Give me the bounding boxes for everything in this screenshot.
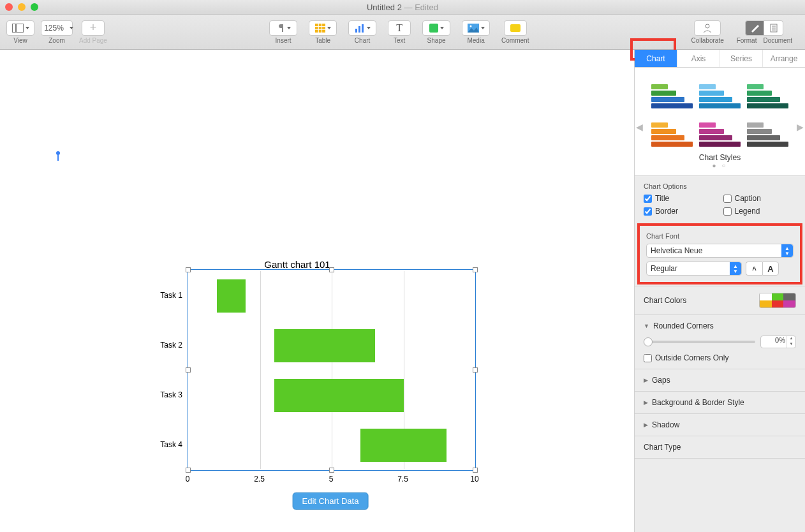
svg-rect-0 [12, 24, 15, 32]
format-button[interactable] [745, 20, 764, 36]
x-axis-tick: 2.5 [254, 475, 265, 484]
gridline [332, 271, 332, 469]
tab-series[interactable]: Series [720, 50, 763, 67]
zoom-dropdown[interactable]: 125% [41, 20, 73, 36]
view-icon [12, 24, 24, 33]
edit-chart-data-button[interactable]: Edit Chart Data [293, 492, 369, 510]
option-border-checkbox[interactable]: Border [644, 207, 717, 216]
chart-font-section: Chart Font Helvetica Neue▲▼ Regular▲▼ A … [637, 223, 802, 284]
gridline [260, 271, 261, 469]
option-title-checkbox[interactable]: Title [644, 194, 717, 203]
gantt-bar[interactable] [274, 329, 375, 362]
chart-icon [355, 24, 365, 33]
style-page-indicator: ● ○ [644, 162, 796, 169]
document-icon [770, 24, 778, 33]
stepper-down-icon[interactable]: ▼ [787, 342, 795, 348]
category-label: Task 4 [151, 440, 182, 449]
outside-corners-checkbox[interactable]: Outside Corners Only [644, 353, 796, 362]
media-button[interactable] [462, 20, 490, 36]
document-canvas[interactable]: Gantt chart 101 02.557.510 Task 1Task 2T… [0, 50, 635, 532]
table-button[interactable] [309, 20, 337, 36]
svg-rect-2 [315, 24, 325, 33]
shape-button[interactable] [422, 20, 450, 36]
rounded-corners-slider[interactable] [644, 341, 755, 343]
styles-next-icon[interactable]: ▶ [797, 122, 804, 132]
svg-point-12 [705, 24, 709, 28]
category-label: Task 2 [151, 341, 182, 350]
collaborate-button[interactable] [694, 20, 721, 36]
window-title: Untitled 2 [367, 3, 402, 12]
chart-styles-label: Chart Styles [644, 153, 796, 162]
gantt-chart[interactable] [188, 269, 476, 471]
text-cursor [57, 154, 59, 161]
svg-rect-9 [362, 24, 364, 33]
text-button[interactable]: T [388, 20, 411, 36]
chart-colors-label: Chart Colors [644, 296, 686, 305]
x-axis-tick: 7.5 [397, 475, 408, 484]
collaborate-icon [702, 24, 713, 33]
chart-button[interactable] [348, 20, 376, 36]
svg-rect-7 [355, 29, 357, 33]
gaps-disclosure[interactable]: ▶Gaps [635, 369, 805, 391]
chart-colors-button[interactable] [759, 293, 796, 308]
option-caption-checkbox[interactable]: Caption [723, 194, 797, 203]
category-label: Task 1 [151, 291, 182, 300]
document-button[interactable] [764, 20, 783, 36]
format-inspector: Chart Axis Series Arrange ◀ ▶ Chart Styl… [635, 50, 805, 532]
add-page-label: Add Page [79, 37, 107, 44]
gantt-bar[interactable] [274, 379, 404, 412]
x-axis-tick: 0 [186, 475, 190, 484]
chart-style-3[interactable] [747, 77, 788, 108]
chart-styles-panel: ◀ ▶ Chart Styles ● ○ [635, 68, 805, 175]
chart-type-row: Chart Type [635, 436, 805, 459]
chart-font-heading: Chart Font [646, 232, 794, 240]
format-icon [750, 24, 759, 33]
svg-point-11 [469, 25, 471, 27]
svg-rect-8 [358, 26, 360, 33]
window-titlebar: Untitled 2 — Edited [0, 0, 805, 15]
rounded-corners-field[interactable]: 0%▲▼ [760, 336, 796, 348]
font-family-select[interactable]: Helvetica Neue▲▼ [646, 244, 794, 258]
view-button[interactable] [6, 20, 34, 36]
shape-icon [429, 24, 438, 33]
gantt-bar[interactable] [217, 279, 246, 313]
background-border-disclosure[interactable]: ▶Background & Border Style [635, 391, 805, 413]
x-axis-tick: 5 [329, 475, 334, 484]
stepper-up-icon[interactable]: ▲ [787, 336, 795, 342]
tab-chart[interactable]: Chart [635, 50, 677, 67]
insert-button[interactable] [269, 20, 297, 36]
styles-prev-icon[interactable]: ◀ [636, 122, 643, 132]
chart-style-2[interactable] [699, 77, 741, 108]
option-legend-checkbox[interactable]: Legend [723, 207, 797, 216]
shadow-disclosure[interactable]: ▶Shadow [635, 413, 805, 436]
category-label: Task 3 [151, 390, 182, 399]
chart-options-heading: Chart Options [644, 182, 796, 190]
main-toolbar: View 125% Zoom + Add Page Insert Table C… [0, 15, 805, 50]
font-smaller-button[interactable]: A [746, 262, 762, 276]
paragraph-icon [276, 24, 285, 33]
tab-arrange[interactable]: Arrange [763, 50, 805, 67]
tab-axis[interactable]: Axis [677, 50, 720, 67]
font-style-select[interactable]: Regular▲▼ [646, 262, 742, 276]
chart-style-4[interactable] [651, 115, 693, 147]
table-icon [315, 24, 325, 33]
edited-indicator: — Edited [404, 3, 438, 12]
add-page-button[interactable]: + [82, 20, 105, 36]
font-larger-button[interactable]: A [762, 262, 779, 276]
zoom-label: Zoom [48, 37, 65, 44]
chart-style-1[interactable] [651, 77, 693, 108]
x-axis-tick: 10 [470, 475, 478, 484]
chart-style-5[interactable] [699, 115, 741, 147]
svg-rect-1 [16, 24, 23, 32]
comment-button[interactable] [504, 20, 527, 36]
chart-style-6[interactable] [747, 115, 788, 147]
media-icon [468, 24, 479, 33]
gantt-bar[interactable] [360, 429, 447, 462]
comment-icon [510, 24, 521, 32]
chart-title[interactable]: Gantt chart 101 [264, 259, 330, 270]
view-label: View [13, 37, 27, 44]
rounded-corners-disclosure[interactable]: ▼Rounded Corners [644, 321, 796, 330]
